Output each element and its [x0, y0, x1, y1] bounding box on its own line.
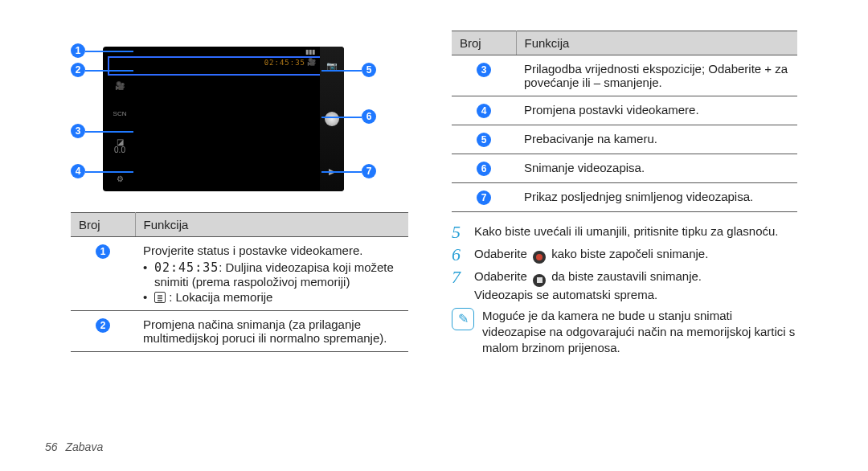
step-posttext: kako biste započeli snimanje. [551, 247, 708, 260]
mode-icon: 🎥 [115, 82, 125, 90]
leader-line [321, 70, 362, 72]
step-text: Kako biste uvećali ili umanjili, pritisn… [474, 223, 779, 240]
row-badge: 7 [477, 190, 491, 205]
timecode-sample: 02:45:35 [154, 260, 219, 275]
left-column: ▮▮▮ 02:45:35 🎥 🎥 SCN ◪0.0 ⚙ 📷 ▶ [71, 31, 408, 357]
step-text: Odaberite da biste zaustavili snimanje. … [474, 268, 702, 303]
table-header-function: Funkcija [135, 213, 408, 237]
exposure-icon: ◪0.0 [114, 138, 125, 154]
step-number: 6 [452, 246, 466, 264]
note-icon: ✎ [452, 308, 474, 330]
row-text: Prikaz posljednjeg snimljenog videozapis… [516, 183, 797, 212]
list-item: 02:45:35: Duljina videozapisa koji možet… [143, 260, 400, 289]
row-text: Provjerite status i postavke videokamere… [143, 244, 362, 257]
viewfinder-left-controls: 🎥 SCN ◪0.0 ⚙ [108, 79, 132, 186]
row-badge: 1 [96, 244, 110, 259]
leader-line [321, 171, 362, 173]
camera-viewfinder-figure: ▮▮▮ 02:45:35 🎥 🎥 SCN ◪0.0 ⚙ 📷 ▶ [103, 47, 344, 191]
callout-6: 6 [362, 109, 376, 124]
callout-1: 1 [71, 43, 85, 58]
callout-7: 7 [362, 164, 376, 178]
table-row: 2 Promjena načina snimanja (za prilaganj… [71, 311, 408, 352]
row-badge: 4 [477, 104, 491, 118]
instruction-steps: 5 Kako biste uvećali ili umanjili, priti… [452, 223, 797, 357]
callout-4: 4 [71, 164, 85, 178]
row-text: Snimanje videozapisa. [516, 154, 797, 183]
viewfinder-timecode: 02:45:35 [264, 59, 305, 67]
table-row: 7Prikaz posljednjeg snimljenog videozapi… [452, 183, 797, 212]
row-text: Promjena postavki videokamere. [516, 96, 797, 125]
step-number: 7 [452, 268, 466, 286]
record-button-icon [325, 112, 339, 126]
left-function-table: Broj Funkcija 1 Provjerite status i post… [71, 212, 408, 352]
step-pretext: Odaberite [474, 247, 527, 260]
page-number: 56 [45, 440, 58, 453]
step-number: 5 [452, 223, 466, 241]
step-extra-text: Videozapis se automatski sprema. [474, 288, 657, 301]
row-function-cell: Promjena načina snimanja (za prilaganje … [135, 311, 408, 352]
note-text: Moguće je da kamera ne bude u stanju sni… [482, 308, 797, 357]
record-icon [533, 251, 546, 264]
row-badge: 3 [477, 63, 491, 77]
table-row: 3Prilagodba vrijednosti ekspozicije; Oda… [452, 55, 797, 96]
viewfinder-right-controls: 📷 ▶ [320, 47, 344, 191]
signal-icon: ▮▮▮ [305, 48, 315, 55]
bullet-list: 02:45:35: Duljina videozapisa koji možet… [143, 260, 400, 304]
leader-line [85, 171, 133, 173]
table-header-number: Broj [71, 213, 135, 237]
memory-card-icon [154, 292, 166, 303]
list-item: : Lokacija memorije [143, 290, 400, 304]
leader-line [85, 131, 133, 133]
list-item-text: : Lokacija memorije [169, 290, 272, 304]
step-text: Odaberite kako biste započeli snimanje. [474, 246, 708, 264]
row-text: Promjena načina snimanja (za prilaganje … [143, 317, 387, 345]
info-note: ✎ Moguće je da kamera ne bude u stanju s… [452, 308, 797, 357]
table-row: 4Promjena postavki videokamere. [452, 96, 797, 125]
table-row: 6Snimanje videozapisa. [452, 154, 797, 183]
settings-icon: ⚙ [117, 175, 124, 183]
step-7: 7 Odaberite da biste zaustavili snimanje… [452, 268, 797, 303]
step-posttext: da biste zaustavili snimanje. [551, 269, 702, 283]
scene-icon: SCN [113, 111, 127, 117]
leader-line [85, 70, 133, 72]
leader-line [85, 51, 133, 52]
table-row: 1 Provjerite status i postavke videokame… [71, 237, 408, 311]
page-footer: 56 Zabava [45, 440, 103, 453]
viewfinder: ▮▮▮ 02:45:35 🎥 🎥 SCN ◪0.0 ⚙ 📷 ▶ [103, 47, 344, 191]
doc-page: ▮▮▮ 02:45:35 🎥 🎥 SCN ◪0.0 ⚙ 📷 ▶ [0, 0, 868, 471]
stop-icon [533, 274, 546, 287]
step-6: 6 Odaberite kako biste započeli snimanje… [452, 246, 797, 264]
row-text: Prilagodba vrijednosti ekspozicije; Odab… [516, 55, 797, 96]
table-row: 5Prebacivanje na kameru. [452, 125, 797, 154]
camcorder-mode-icon: 🎥 [307, 58, 315, 66]
table-header-number: Broj [452, 31, 516, 55]
section-name: Zabava [65, 440, 103, 453]
step-5: 5 Kako biste uvećali ili umanjili, priti… [452, 223, 797, 241]
row-badge: 6 [477, 162, 491, 176]
leader-line [321, 117, 362, 118]
callout-3: 3 [71, 124, 85, 138]
right-column: Broj Funkcija 3Prilagodba vrijednosti ek… [452, 31, 797, 357]
row-function-cell: Provjerite status i postavke videokamere… [135, 237, 408, 311]
step-pretext: Odaberite [474, 269, 527, 283]
row-text: Prebacivanje na kameru. [516, 125, 797, 154]
row-badge: 5 [477, 133, 491, 147]
callout-2: 2 [71, 63, 85, 77]
two-columns: ▮▮▮ 02:45:35 🎥 🎥 SCN ◪0.0 ⚙ 📷 ▶ [71, 31, 820, 357]
right-function-table: Broj Funkcija 3Prilagodba vrijednosti ek… [452, 31, 797, 212]
row-badge: 2 [96, 318, 110, 333]
table-header-function: Funkcija [516, 31, 797, 55]
callout-5: 5 [362, 63, 376, 77]
